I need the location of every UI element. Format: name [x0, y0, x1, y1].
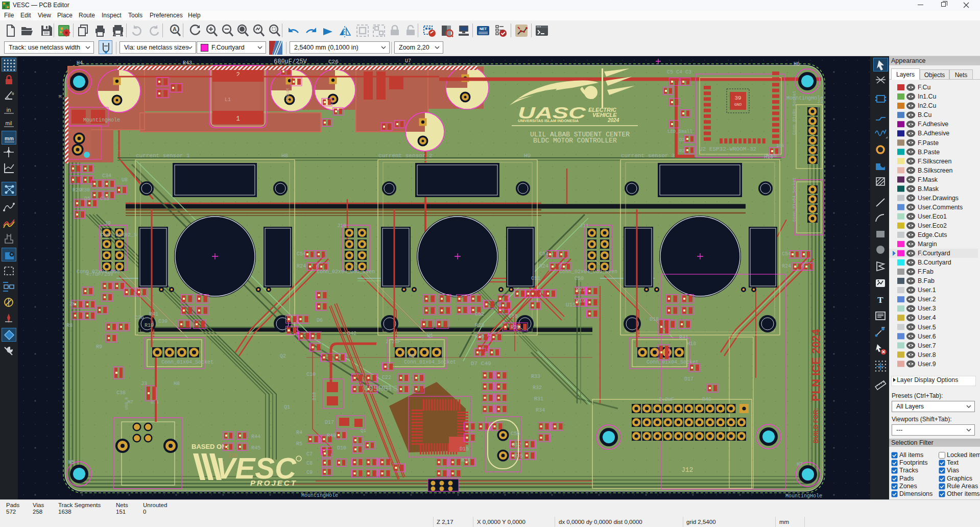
svg-text:User.1: User.1	[918, 286, 936, 294]
svg-text:R36: R36	[461, 458, 470, 463]
svg-text:R19: R19	[576, 298, 585, 304]
svg-text:C51: C51	[531, 276, 540, 281]
svg-text:F.Cu: F.Cu	[918, 84, 930, 91]
svg-text:C54: C54	[539, 251, 548, 257]
svg-text:C10: C10	[306, 372, 316, 377]
svg-text:Conn_01x04_Socket: Conn_01x04_Socket	[404, 360, 456, 365]
svg-text:C7: C7	[306, 451, 313, 457]
svg-text:D6: D6	[317, 318, 323, 323]
svg-text:F.Paste: F.Paste	[918, 139, 939, 147]
svg-text:H10: H10	[764, 154, 773, 160]
svg-text:D18: D18	[650, 317, 659, 322]
svg-text:2K: 2K	[69, 301, 76, 307]
svg-text:R20: R20	[475, 334, 484, 340]
svg-text:H8: H8	[174, 381, 180, 387]
svg-text:Conn_01x02_5: Conn_01x02_5	[100, 232, 137, 238]
svg-text:B.Courtyard: B.Courtyard	[918, 259, 951, 266]
svg-text:U1: U1	[427, 333, 433, 339]
svg-text:R8: R8	[66, 323, 73, 328]
svg-text:B.Fab: B.Fab	[918, 277, 935, 284]
svg-text:Conn_01x04_Socket: Conn_01x04_Socket	[647, 360, 699, 365]
svg-text:2.2uF: 2.2uF	[659, 397, 674, 402]
svg-text:MountingHole: MountingHole	[83, 117, 120, 123]
svg-text:User.7: User.7	[918, 342, 936, 349]
svg-text:R24: R24	[539, 264, 548, 269]
svg-text:Margin: Margin	[918, 241, 937, 248]
svg-text:R31: R31	[534, 396, 543, 402]
svg-text:U7: U7	[405, 58, 411, 64]
svg-text:F.Adhesive: F.Adhesive	[918, 121, 948, 128]
svg-text:C5 C4 C3: C5 C4 C3	[667, 69, 691, 75]
svg-text:User.2: User.2	[918, 296, 936, 303]
svg-text:current sensor 3: current sensor 3	[621, 153, 675, 159]
svg-text:MountingHole: MountingHole	[786, 95, 823, 101]
svg-text:Q1: Q1	[284, 404, 290, 410]
svg-text:User.Eco2: User.Eco2	[918, 222, 947, 229]
svg-text:U2 ESP32-WROOM-32: U2 ESP32-WROOM-32	[699, 146, 756, 152]
svg-text:M: M	[59, 94, 61, 100]
svg-text:C35: C35	[100, 196, 109, 202]
svg-text:R30: R30	[81, 187, 90, 193]
svg-text:User.5: User.5	[918, 324, 936, 331]
svg-text:mm: mm	[5, 136, 14, 141]
svg-text:405RGT6: 405RGT6	[364, 385, 398, 394]
svg-text:Conn_02x04_Odd_Even: Conn_02x04_Odd_Even	[317, 269, 375, 275]
svg-text:H4: H4	[77, 60, 83, 66]
svg-text:C26: C26	[328, 59, 339, 65]
svg-text:R34: R34	[536, 408, 545, 413]
svg-text:B.Mask: B.Mask	[918, 185, 939, 193]
svg-text:R25: R25	[511, 325, 520, 330]
svg-text:R44: R44	[251, 434, 260, 440]
svg-text:D7 C49: D7 C49	[471, 361, 491, 367]
svg-text:R24: R24	[297, 264, 306, 269]
svg-text:current sensor 2: current sensor 2	[378, 153, 433, 159]
svg-text:R41: R41	[149, 312, 158, 317]
svg-text:H9: H9	[524, 153, 531, 159]
svg-text:Conn_01x04_Socket: Conn_01x04_Socket	[792, 177, 797, 222]
svg-text:100uH: 100uH	[285, 88, 291, 102]
svg-text:User.Drawings: User.Drawings	[918, 195, 959, 202]
svg-text:U15: U15	[566, 302, 576, 308]
svg-text:C42: C42	[347, 331, 356, 337]
svg-text:PROJECT: PROJECT	[250, 478, 297, 487]
svg-text:H8: H8	[281, 153, 288, 159]
svg-text:F.Silkscreen: F.Silkscreen	[918, 158, 951, 165]
svg-text:C34: C34	[102, 173, 111, 179]
svg-text:C8: C8	[306, 461, 313, 466]
svg-text:B.Silkscreen: B.Silkscreen	[918, 167, 953, 174]
svg-text:L1: L1	[225, 97, 231, 103]
svg-text:MountingHole: MountingHole	[785, 493, 822, 499]
svg-text:Q2: Q2	[280, 353, 286, 359]
svg-text:R41: R41	[679, 335, 688, 341]
svg-text:D5: D5	[84, 196, 90, 202]
svg-text:PLN ICE 2024: PLN ICE 2024	[809, 328, 822, 401]
svg-text:R5: R5	[296, 441, 302, 447]
svg-text:R4: R4	[296, 430, 302, 436]
svg-text:H9: H9	[409, 353, 415, 359]
svg-text:J11: J11	[580, 223, 589, 229]
svg-text:C38: C38	[116, 390, 126, 396]
svg-text:User.8: User.8	[918, 351, 936, 358]
svg-text:Conn_02x04_Odd_Even: Conn_02x04_Odd_Even	[559, 269, 617, 275]
svg-text:R24: R24	[782, 264, 791, 269]
svg-text:D15: D15	[460, 446, 469, 452]
svg-text:39: 39	[734, 95, 741, 101]
svg-text:T: T	[877, 295, 883, 305]
svg-text:22R: 22R	[228, 453, 237, 459]
svg-text:R40: R40	[702, 397, 711, 402]
svg-text:θ: θ	[12, 91, 14, 96]
svg-text:Conn_01x04_Socket: Conn_01x04_Socket	[161, 360, 213, 365]
svg-text:2.2uF: 2.2uF	[386, 339, 401, 345]
svg-text:User.4: User.4	[918, 314, 936, 321]
svg-text:MountingHole: MountingHole	[301, 493, 338, 498]
svg-text:D10: D10	[337, 445, 346, 451]
svg-text:User.9: User.9	[918, 361, 936, 368]
svg-text:R40: R40	[327, 433, 336, 439]
svg-text:R32: R32	[533, 385, 542, 391]
svg-text:In1.Cu: In1.Cu	[918, 93, 936, 100]
svg-text:R21: R21	[576, 287, 585, 293]
svg-text:C21: C21	[382, 385, 391, 391]
svg-text:BLDC MOTOR CONTROLLER: BLDC MOTOR CONTROLLER	[533, 137, 617, 145]
svg-text:H10: H10	[687, 341, 696, 347]
svg-text:D17: D17	[684, 376, 694, 382]
